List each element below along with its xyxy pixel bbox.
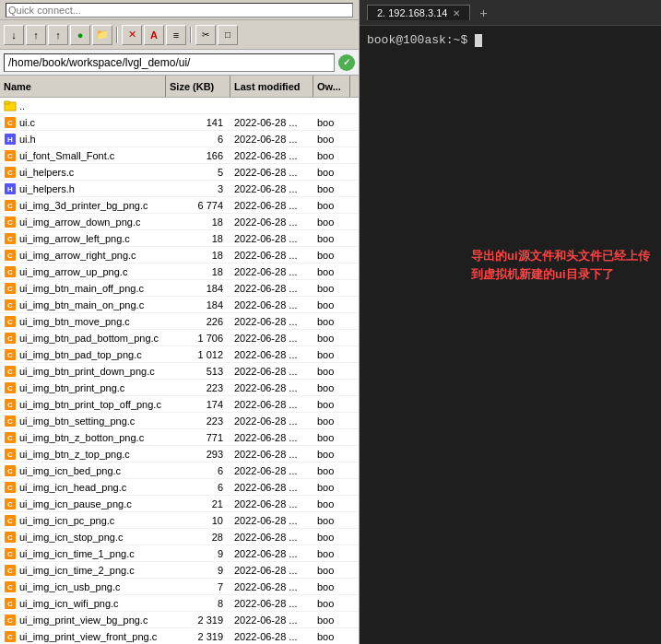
table-row[interactable]: Cui.c1412022-06-28 ...boo [0, 114, 359, 131]
file-name-label: ui_img_icn_bed_png.c [19, 465, 121, 476]
c-file-icon: C [4, 232, 17, 245]
file-name-label: ui.c [19, 117, 35, 128]
file-size-cell: 18 [166, 217, 230, 228]
table-row[interactable]: Cui_img_btn_print_png.c2232022-06-28 ...… [0, 380, 359, 396]
table-row[interactable]: Cui_img_arrow_up_png.c182022-06-28 ...bo… [0, 263, 359, 280]
c-file-icon: C [4, 531, 17, 544]
c-file-icon: C [4, 547, 17, 560]
table-row[interactable]: Cui_img_icn_wifi_png.c82022-06-28 ...boo [0, 595, 359, 612]
svg-text:C: C [7, 268, 13, 276]
table-row[interactable]: Cui_img_print_view_front_png.c2 3192022-… [0, 628, 359, 644]
table-row[interactable]: Cui_img_btn_move_png.c2262022-06-28 ...b… [0, 313, 359, 330]
svg-text:C: C [7, 583, 13, 591]
c-file-icon: C [4, 498, 17, 510]
file-name-cell: Cui_img_icn_pc_png.c [0, 514, 166, 527]
file-modified-cell: 2022-06-28 ... [230, 416, 313, 427]
c-file-icon: C [4, 365, 17, 378]
table-row[interactable]: Cui_img_icn_head_png.c62022-06-28 ...boo [0, 479, 359, 496]
table-row[interactable]: Cui_img_btn_main_off_png.c1842022-06-28 … [0, 280, 359, 297]
table-row[interactable]: Cui_img_3d_printer_bg_png.c6 7742022-06-… [0, 197, 359, 214]
file-owner-cell: boo [313, 565, 350, 576]
c-file-icon: C [4, 580, 17, 593]
table-row[interactable]: Cui_img_btn_main_on_png.c1842022-06-28 .… [0, 297, 359, 313]
table-row[interactable]: Cui_img_btn_print_top_off_png.c1742022-0… [0, 396, 359, 413]
terminal-body[interactable]: book@100ask:~$ 导出的ui源文件和头文件已经上传到虚拟机新建的ui… [360, 26, 661, 644]
table-row[interactable]: Cui_helpers.c52022-06-28 ...boo [0, 164, 359, 181]
toolbar-btn-properties[interactable]: ≡ [166, 25, 186, 45]
toolbar-btn-upload[interactable]: ↑ [26, 25, 46, 45]
h-file-icon: H [4, 182, 17, 195]
table-row[interactable]: Cui_img_icn_usb_png.c72022-06-28 ...boo [0, 579, 359, 595]
toolbar-btn-rename[interactable]: A [144, 25, 164, 45]
toolbar-btn-refresh[interactable]: ● [70, 25, 90, 45]
toolbar-btn-copy[interactable]: □ [218, 25, 238, 45]
file-size-cell: 18 [166, 266, 230, 277]
table-row[interactable]: Cui_img_btn_pad_top_png.c1 0122022-06-28… [0, 346, 359, 363]
toolbar-btn-download[interactable]: ↓ [4, 25, 24, 45]
file-modified-cell: 2022-06-28 ... [230, 565, 313, 576]
c-file-icon: C [4, 431, 17, 444]
tab-close-button[interactable]: ✕ [453, 8, 460, 18]
toolbar-btn-newfolder[interactable]: 📁 [92, 25, 112, 45]
table-row[interactable]: Cui_img_icn_pc_png.c102022-06-28 ...boo [0, 512, 359, 529]
file-size-cell: 184 [166, 283, 230, 294]
properties-icon: ≡ [173, 29, 179, 41]
file-modified-cell: 2022-06-28 ... [230, 283, 313, 294]
path-input[interactable] [4, 53, 335, 72]
c-file-icon: C [4, 514, 17, 527]
table-row[interactable]: Cui_img_icn_time_2_png.c92022-06-28 ...b… [0, 562, 359, 579]
address-confirm-button[interactable]: ✓ [338, 54, 355, 71]
table-row[interactable]: Cui_img_arrow_left_png.c182022-06-28 ...… [0, 230, 359, 247]
table-row[interactable]: Hui_helpers.h32022-06-28 ...boo [0, 181, 359, 197]
column-header-modified[interactable]: Last modified [230, 76, 313, 97]
file-size-cell: 18 [166, 233, 230, 244]
c-file-icon: C [4, 199, 17, 212]
file-name-cell: Cui_img_icn_stop_png.c [0, 531, 166, 544]
file-owner-cell: boo [313, 333, 350, 344]
table-row[interactable]: Cui_img_icn_bed_png.c62022-06-28 ...boo [0, 463, 359, 479]
terminal-tab[interactable]: 2. 192.168.3.14 ✕ [367, 5, 470, 20]
svg-text:C: C [7, 152, 13, 160]
file-name-cell: Cui_img_arrow_down_png.c [0, 216, 166, 228]
table-row[interactable]: Cui_img_btn_setting_png.c2232022-06-28 .… [0, 413, 359, 429]
table-row[interactable]: Cui_img_icn_time_1_png.c92022-06-28 ...b… [0, 545, 359, 562]
file-modified-cell: 2022-06-28 ... [230, 631, 313, 642]
table-row[interactable]: Hui.h62022-06-28 ...boo [0, 131, 359, 147]
file-owner-cell: boo [313, 548, 350, 559]
column-header-name[interactable]: Name [0, 76, 166, 97]
table-row[interactable]: Cui_img_arrow_right_png.c182022-06-28 ..… [0, 247, 359, 263]
column-header-size[interactable]: Size (KB) [166, 76, 230, 97]
svg-text:C: C [7, 368, 13, 376]
table-row[interactable]: Cui_img_icn_pause_png.c212022-06-28 ...b… [0, 496, 359, 512]
separator1 [116, 27, 118, 43]
file-size-cell: 223 [166, 416, 230, 427]
file-size-cell: 2 319 [166, 631, 230, 642]
table-row[interactable]: Cui_img_btn_z_top_png.c2932022-06-28 ...… [0, 446, 359, 463]
table-row[interactable]: Cui_img_btn_z_botton_png.c7712022-06-28 … [0, 429, 359, 446]
file-owner-cell: boo [313, 416, 350, 427]
toolbar-btn-cut[interactable]: ✂ [195, 25, 216, 45]
file-name-label: ui_img_arrow_up_png.c [19, 266, 127, 277]
new-tab-button[interactable]: + [479, 6, 487, 20]
table-row[interactable]: Cui_img_icn_stop_png.c282022-06-28 ...bo… [0, 529, 359, 545]
quick-connect-input[interactable] [6, 3, 353, 18]
table-row[interactable]: .. [0, 98, 359, 114]
table-row[interactable]: Cui_font_Small_Font.c1662022-06-28 ...bo… [0, 147, 359, 164]
table-row[interactable]: Cui_img_print_view_bg_png.c2 3192022-06-… [0, 612, 359, 628]
svg-text:C: C [7, 533, 13, 542]
file-name-label: ui_img_arrow_left_png.c [19, 233, 130, 244]
c-file-icon: C [4, 614, 17, 626]
file-size-cell: 1 706 [166, 333, 230, 344]
column-header-owner[interactable]: Ow... [313, 76, 350, 97]
toolbar-btn-delete[interactable]: ✕ [122, 25, 142, 45]
table-row[interactable]: Cui_img_btn_pad_bottom_png.c1 7062022-06… [0, 330, 359, 346]
file-name-cell: Cui_img_btn_print_down_png.c [0, 365, 166, 378]
table-row[interactable]: Cui_img_btn_print_down_png.c5132022-06-2… [0, 363, 359, 380]
file-size-cell: 7 [166, 581, 230, 592]
file-modified-cell: 2022-06-28 ... [230, 150, 313, 161]
file-owner-cell: boo [313, 250, 350, 261]
toolbar-btn-queue[interactable]: ↑ [48, 25, 68, 45]
table-row[interactable]: Cui_img_arrow_down_png.c182022-06-28 ...… [0, 214, 359, 230]
file-name-cell: Cui_img_btn_move_png.c [0, 315, 166, 328]
rename-icon: A [150, 29, 158, 41]
